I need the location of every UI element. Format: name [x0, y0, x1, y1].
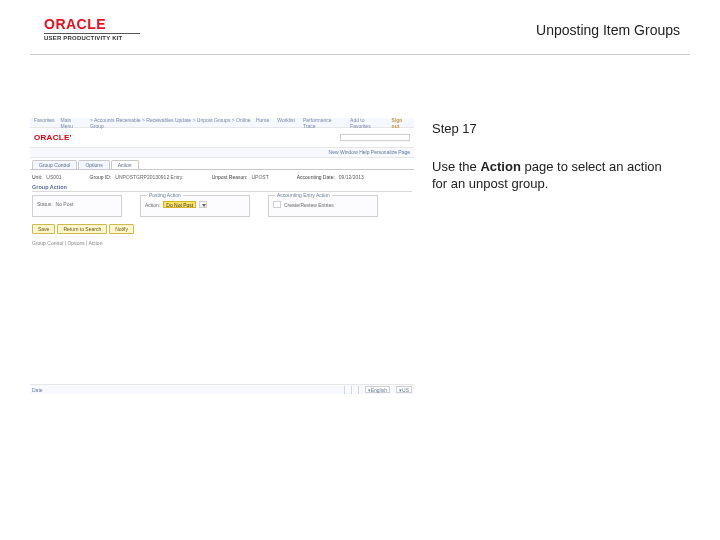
status-value: No Post: [56, 201, 74, 207]
app-brand: ORACLE': [34, 133, 72, 142]
footer-date-label: Date: [32, 387, 43, 393]
instruction-body: Use the Action page to select an action …: [432, 158, 680, 193]
search-input[interactable]: [340, 134, 410, 141]
status-bar: Date ▾ English ▾ US: [30, 384, 414, 394]
posting-action-title: Posting Action: [147, 192, 183, 198]
group-action-header: Group Action: [30, 182, 414, 191]
top-nav: Favorites Main Menu > Accounts Receivabl…: [30, 118, 414, 128]
step-label: Step 17: [432, 120, 680, 138]
header-divider: [30, 54, 690, 55]
accounting-entry-box: Accounting Entry Action Create/Review En…: [268, 195, 378, 217]
posting-action-box: Posting Action Action: Do Not Post: [140, 195, 250, 217]
return-search-button[interactable]: Return to Search: [57, 224, 107, 234]
breadcrumb: > Accounts Receivable > Receivables Upda…: [90, 117, 256, 129]
save-button[interactable]: Save: [32, 224, 55, 234]
tab-group-control[interactable]: Group Control: [32, 160, 77, 169]
create-review-label: Create/Review Entries: [284, 202, 334, 208]
logo-subtitle: USER PRODUCTIVITY KIT: [44, 33, 140, 41]
tab-bar: Group Control Options Action: [30, 160, 414, 169]
footer-locale-select[interactable]: ▾ US: [396, 386, 412, 393]
footer-lang-select[interactable]: ▾ English: [365, 386, 390, 393]
nav-worklist: Worklist: [277, 117, 295, 129]
status-box: Status: No Post: [32, 195, 122, 217]
nav-signout: Sign out: [392, 117, 410, 129]
checkbox[interactable]: [273, 201, 281, 208]
accounting-entry-title: Accounting Entry Action: [275, 192, 332, 198]
nav-home: Home: [256, 117, 269, 129]
oracle-logo: ORACLE USER PRODUCTIVITY KIT: [44, 16, 140, 41]
app-screenshot: Favorites Main Menu > Accounts Receivabl…: [30, 118, 414, 394]
info-line: Unit:US001 Group ID:UNPOSTGRP20130912 En…: [30, 170, 414, 182]
tab-action[interactable]: Action: [111, 160, 139, 169]
nav-add-fav: Add to Favorites: [350, 117, 384, 129]
nav-main-menu: Main Menu: [61, 117, 84, 129]
status-label: Status:: [37, 201, 53, 207]
page-title: Unposting Item Groups: [536, 22, 680, 38]
action-select[interactable]: Do Not Post: [163, 201, 196, 208]
nav-favorites: Favorites: [34, 117, 55, 129]
nav-perf-trace: Performance Trace: [303, 117, 342, 129]
action-label: Action:: [145, 202, 160, 208]
chevron-down-icon[interactable]: [199, 201, 207, 208]
footer-links: Group Control | Options | Action: [30, 236, 414, 250]
logo-brand: ORACLE: [44, 16, 140, 32]
instruction-panel: Step 17 Use the Action page to select an…: [432, 120, 680, 193]
notify-button[interactable]: Notify: [109, 224, 134, 234]
window-links: New Window Help Personalize Page: [30, 148, 414, 158]
tab-options[interactable]: Options: [78, 160, 109, 169]
